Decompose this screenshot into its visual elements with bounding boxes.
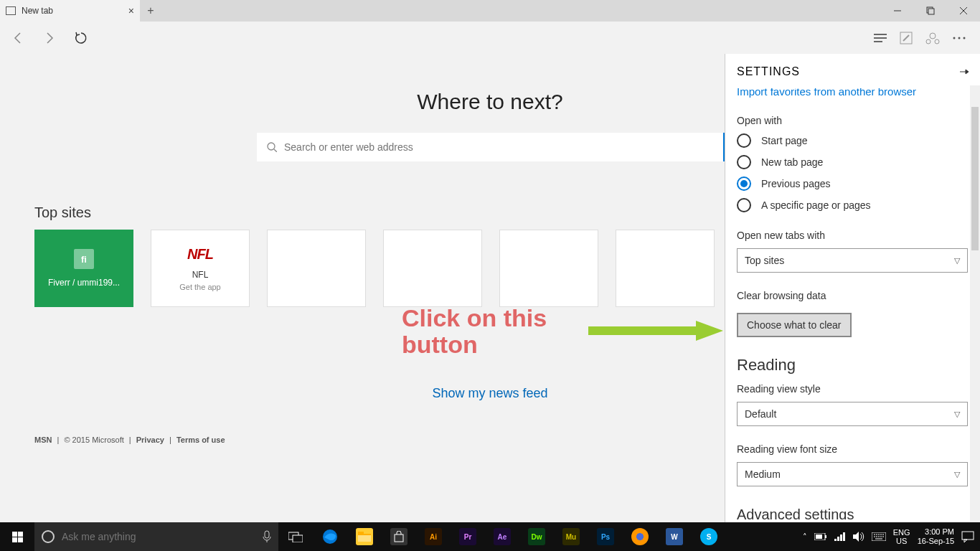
- microphone-icon[interactable]: [263, 530, 271, 543]
- app-store[interactable]: [382, 522, 416, 551]
- search-input[interactable]: [284, 141, 713, 153]
- reading-size-select[interactable]: Medium ▽: [737, 462, 968, 486]
- svg-rect-26: [395, 534, 403, 542]
- pin-icon[interactable]: [958, 67, 969, 77]
- settings-title: SETTINGS: [737, 65, 958, 78]
- svg-point-13: [958, 37, 961, 39]
- chevron-down-icon: ▽: [954, 256, 960, 265]
- titlebar: New tab × +: [0, 0, 980, 22]
- tray-language[interactable]: ENG US: [893, 528, 910, 545]
- svg-rect-31: [837, 537, 839, 541]
- maximize-button[interactable]: [914, 0, 947, 22]
- reload-button[interactable]: [70, 27, 92, 49]
- import-favorites-link[interactable]: Import favorites from another browser: [737, 88, 969, 98]
- select-value: Default: [745, 408, 776, 420]
- svg-rect-33: [843, 532, 845, 541]
- terms-link[interactable]: Terms of use: [176, 435, 225, 444]
- forward-button[interactable]: [39, 27, 60, 49]
- action-center-icon[interactable]: [961, 531, 974, 542]
- chevron-down-icon: ▽: [954, 470, 960, 479]
- tile-empty[interactable]: [499, 230, 598, 307]
- radio-icon: [737, 198, 751, 212]
- radio-specific-page[interactable]: A specific page or pages: [737, 198, 969, 212]
- tile-empty[interactable]: [616, 230, 715, 307]
- task-view-button[interactable]: [278, 522, 313, 551]
- system-tray: ˄ ENG US 3:00 PM 16-Sep-15: [803, 527, 980, 546]
- svg-rect-32: [840, 534, 842, 541]
- open-tabs-select[interactable]: Top sites ▽: [737, 248, 968, 273]
- svg-rect-25: [358, 535, 371, 542]
- copyright-text: © 2015 Microsoft: [64, 435, 123, 444]
- app-photoshop[interactable]: Ps: [588, 522, 623, 551]
- reading-style-select[interactable]: Default ▽: [737, 402, 968, 426]
- back-button[interactable]: [7, 27, 29, 49]
- tray-keyboard-icon[interactable]: [872, 532, 886, 541]
- share-icon[interactable]: [925, 32, 940, 44]
- radio-new-tab-page[interactable]: New tab page: [737, 155, 969, 169]
- tile-subtitle: Get the app: [179, 283, 221, 291]
- app-aftereffects[interactable]: Ae: [485, 522, 519, 551]
- app-word[interactable]: W: [657, 522, 692, 551]
- radio-previous-pages[interactable]: Previous pages: [737, 176, 969, 191]
- radio-icon: [737, 133, 751, 148]
- more-icon[interactable]: [953, 37, 966, 39]
- app-premiere[interactable]: Pr: [451, 522, 485, 551]
- svg-point-11: [935, 39, 939, 44]
- clock-time: 3:00 PM: [918, 527, 954, 537]
- cortana-search[interactable]: [34, 522, 278, 551]
- svg-marker-18: [696, 321, 723, 341]
- tile-label: Fiverr / ummi199...: [48, 278, 120, 288]
- cortana-input[interactable]: [62, 531, 255, 542]
- radio-start-page[interactable]: Start page: [737, 133, 969, 148]
- msn-link[interactable]: MSN: [34, 435, 52, 444]
- nfl-icon: NFL: [187, 246, 213, 263]
- cortana-icon: [42, 530, 55, 543]
- tile-nfl[interactable]: NFL NFL Get the app: [151, 230, 250, 307]
- open-tabs-label: Open new tabs with: [737, 230, 969, 241]
- svg-rect-30: [834, 539, 837, 541]
- tray-battery-icon[interactable]: [814, 533, 827, 540]
- browser-toolbar: [0, 22, 980, 54]
- tray-clock[interactable]: 3:00 PM 16-Sep-15: [918, 527, 954, 546]
- open-with-label: Open with: [737, 115, 969, 126]
- tutorial-annotation: Click on this button: [402, 305, 547, 359]
- app-illustrator[interactable]: Ai: [416, 522, 451, 551]
- start-button[interactable]: [0, 522, 34, 551]
- app-skype[interactable]: S: [692, 522, 726, 551]
- annotation-line1: Click on this: [402, 305, 547, 331]
- windows-icon: [12, 532, 23, 542]
- svg-point-15: [268, 143, 275, 150]
- minimize-button[interactable]: [881, 0, 914, 22]
- radio-label: A specific page or pages: [761, 199, 871, 211]
- privacy-link[interactable]: Privacy: [136, 435, 164, 444]
- close-window-button[interactable]: [947, 0, 980, 22]
- svg-rect-21: [293, 535, 303, 542]
- radio-label: New tab page: [761, 156, 823, 168]
- settings-scrollbar[interactable]: [970, 85, 980, 522]
- choose-what-to-clear-button[interactable]: Choose what to clear: [737, 313, 852, 337]
- app-explorer[interactable]: [347, 522, 382, 551]
- hub-icon[interactable]: [874, 33, 887, 43]
- app-edge[interactable]: [313, 522, 347, 551]
- svg-point-9: [930, 33, 936, 39]
- app-firefox[interactable]: [623, 522, 657, 551]
- tray-network-icon[interactable]: [834, 532, 846, 541]
- browser-tab[interactable]: New tab ×: [0, 0, 140, 22]
- svg-rect-2: [928, 9, 934, 14]
- tile-empty[interactable]: [383, 230, 482, 307]
- scrollbar-thumb[interactable]: [971, 107, 979, 250]
- tray-volume-icon[interactable]: [853, 532, 864, 542]
- address-search-bar[interactable]: [257, 133, 723, 161]
- tile-fiverr[interactable]: fi Fiverr / ummi199...: [34, 230, 133, 307]
- radio-icon: [737, 176, 751, 191]
- app-muse[interactable]: Mu: [554, 522, 588, 551]
- page-icon: [6, 6, 16, 15]
- new-tab-button[interactable]: +: [140, 0, 161, 22]
- webnote-icon[interactable]: [900, 32, 913, 44]
- tab-close-icon[interactable]: ×: [128, 5, 134, 17]
- tray-chevron-icon[interactable]: ˄: [803, 532, 807, 542]
- tab-title: New tab: [22, 6, 53, 16]
- tile-empty[interactable]: [267, 230, 366, 307]
- app-dreamweaver[interactable]: Dw: [519, 522, 554, 551]
- lang-region: US: [893, 537, 910, 545]
